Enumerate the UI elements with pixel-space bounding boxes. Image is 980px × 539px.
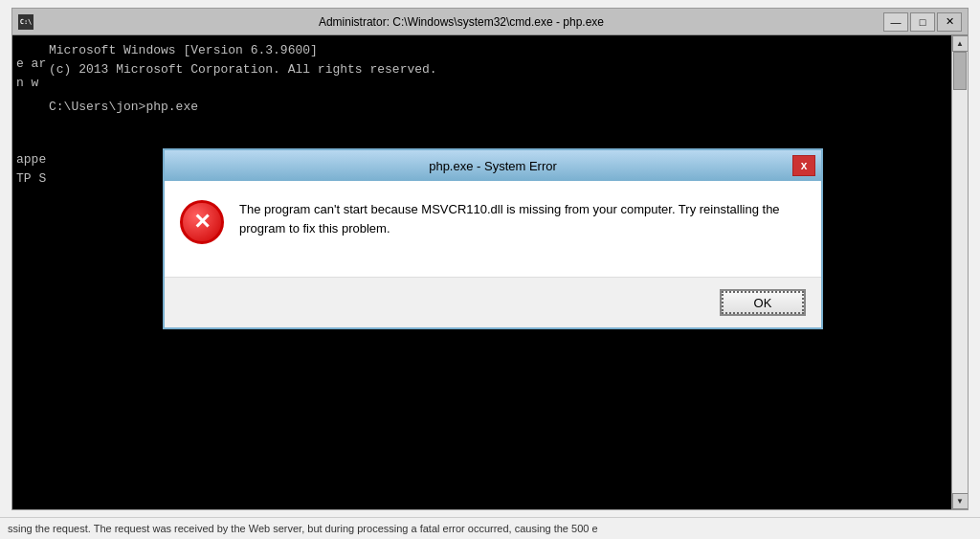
scrollbar-thumb[interactable] (953, 52, 967, 90)
cmd-partial-1: e ar (16, 55, 46, 74)
dialog-body: ✕ The program can't start because MSVCR1… (165, 181, 821, 277)
cmd-line-3 (49, 79, 944, 98)
scrollbar-track[interactable] (952, 52, 968, 493)
cmd-icon: C:\ (18, 14, 33, 30)
dialog-title: php.exe - System Error (172, 159, 813, 173)
cmd-line-4: C:\Users\jon>php.exe (49, 98, 944, 117)
cmd-window-controls: — □ ✕ (883, 12, 962, 32)
dialog-footer: OK (165, 277, 821, 327)
close-button[interactable]: ✕ (937, 12, 962, 32)
cmd-line-1: Microsoft Windows [Version 6.3.9600] (49, 41, 944, 60)
cmd-title: Administrator: C:\Windows\system32\cmd.e… (39, 15, 883, 29)
system-error-dialog: php.exe - System Error x ✕ The program c… (163, 148, 823, 329)
maximize-button[interactable]: □ (910, 12, 935, 32)
cmd-scrollbar[interactable]: ▲ ▼ (951, 35, 968, 509)
bottom-status-bar: ssing the request. The request was recei… (0, 517, 980, 539)
cmd-line-2: (c) 2013 Microsoft Corporation. All righ… (49, 60, 944, 79)
error-x-mark: ✕ (193, 212, 211, 233)
scroll-down-arrow[interactable]: ▼ (952, 493, 969, 509)
error-circle: ✕ (180, 200, 224, 244)
error-icon: ✕ (180, 200, 224, 244)
ok-button[interactable]: OK (720, 289, 806, 316)
minimize-button[interactable]: — (883, 12, 908, 32)
scroll-up-arrow[interactable]: ▲ (952, 35, 969, 52)
cmd-partial-2: n w (16, 74, 46, 93)
dialog-message-text: The program can't start because MSVCR110… (239, 200, 806, 237)
cmd-partial-3: appe (16, 150, 46, 169)
dialog-titlebar: php.exe - System Error x (165, 150, 821, 181)
dialog-close-button[interactable]: x (792, 155, 815, 176)
cmd-partial-4: TP S (16, 169, 46, 189)
status-text: ssing the request. The request was recei… (8, 523, 598, 534)
cmd-titlebar: C:\ Administrator: C:\Windows\system32\c… (12, 9, 968, 35)
